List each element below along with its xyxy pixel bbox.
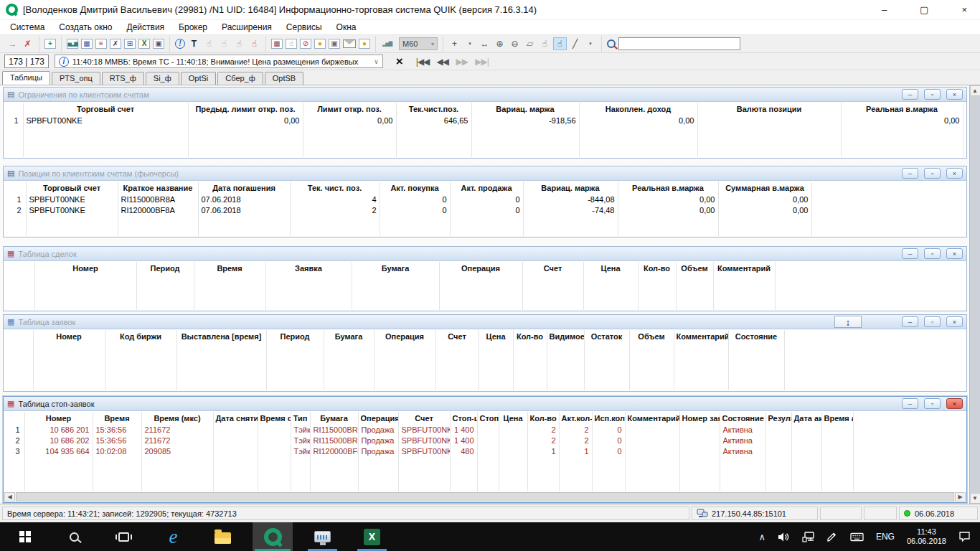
column-header[interactable]: Кол-во (527, 412, 559, 424)
disconnect-icon[interactable]: ✗ (22, 38, 34, 50)
tray-expand-button[interactable]: ∧ (758, 532, 765, 542)
column-header[interactable]: Кол-во (513, 330, 547, 342)
column-header[interactable]: Заявка (265, 262, 352, 274)
column-header[interactable]: Состояние (720, 412, 765, 424)
column-header[interactable]: Период (136, 262, 194, 274)
money-limits-window-icon[interactable]: ● (314, 39, 326, 49)
message-dropdown[interactable]: i 11:40:18 ММВБ: Время ТС - 11:40:18; Вн… (55, 55, 383, 68)
column-header[interactable]: Тек.чист.поз. (396, 103, 471, 115)
new-order-hand-icon[interactable]: ☝ (203, 38, 215, 50)
column-header[interactable]: Состояние (728, 330, 784, 342)
app-close-button[interactable]: × (961, 4, 967, 15)
task-view-button[interactable] (107, 522, 141, 551)
edit-table-icon[interactable]: ⊞ (124, 39, 136, 49)
column-header[interactable]: Дата сняти (213, 412, 258, 424)
window-restore-button[interactable]: ▫ (924, 89, 941, 100)
action-center-icon[interactable] (958, 531, 971, 542)
menu-item-sistema[interactable]: Система (3, 21, 52, 34)
column-header[interactable]: Предыд. лимит откр. поз. (188, 103, 303, 115)
column-header[interactable]: Номер (33, 330, 105, 342)
column-header[interactable]: Номер (34, 262, 136, 274)
crosshair-icon[interactable]: + (448, 38, 461, 50)
monitor-app-button[interactable] (306, 522, 339, 551)
column-header[interactable]: Цена (583, 262, 638, 274)
column-header[interactable]: Тип (291, 412, 310, 424)
column-header[interactable]: Время с (258, 412, 291, 424)
stop-order-hand-icon[interactable]: ☝ (248, 38, 260, 50)
search-input[interactable] (618, 37, 740, 50)
menu-item-sozdat-okno[interactable]: Создать окно (52, 21, 119, 34)
column-header[interactable]: Код биржи (105, 330, 176, 342)
tray-clock[interactable]: 11:43 06.06.2018 (907, 527, 946, 546)
market-window-icon[interactable]: ▦ (271, 39, 283, 49)
copy-table-icon[interactable]: ▣ (153, 39, 164, 49)
export-excel-icon[interactable]: X (138, 39, 150, 49)
excel-button[interactable]: X (355, 522, 389, 551)
column-header[interactable]: Краткое название (118, 182, 198, 194)
search-icon[interactable] (607, 39, 616, 48)
scroll-down-icon[interactable]: ▼ (970, 493, 980, 504)
tab-rts-f[interactable]: RTS_ф (102, 72, 144, 85)
column-header[interactable]: Счет (398, 412, 450, 424)
column-header[interactable]: Операция (374, 330, 435, 342)
window-minimize-button[interactable]: – (902, 168, 918, 179)
tab-si-f[interactable]: Si_ф (146, 72, 179, 85)
scroll-left-icon[interactable]: ◀ (4, 492, 15, 501)
file-explorer-button[interactable] (206, 522, 240, 551)
column-header[interactable]: Торговый счет (23, 103, 188, 115)
column-header[interactable]: Цена (479, 330, 513, 342)
column-header[interactable]: Вариац. маржа (523, 182, 618, 194)
tab-tablicy[interactable]: Таблицы (2, 71, 50, 85)
window-titlebar[interactable]: ▤Ограничения по клиентским счетам–▫× (4, 88, 966, 102)
volume-icon[interactable] (778, 532, 790, 542)
chart-window-icon[interactable]: ▅▂▆ (67, 39, 78, 49)
column-header[interactable]: Счет (522, 262, 583, 274)
first-message-icon[interactable]: |◀◀ (416, 56, 430, 67)
column-header[interactable]: Стоп-л (477, 412, 499, 424)
column-header[interactable]: Видимое (547, 330, 584, 342)
text-label-icon[interactable]: T (188, 38, 200, 50)
stop-orders-window-icon[interactable]: ⊘ (300, 39, 311, 49)
table-row[interactable]: 1SPBFUT00NKERI115000BR8A07.06.2018400-84… (4, 194, 966, 204)
column-header[interactable]: Тек. чист. поз. (290, 182, 380, 194)
column-header[interactable]: Стоп-ц (450, 412, 477, 424)
app-minimize-button[interactable]: – (882, 4, 887, 15)
network-icon[interactable] (802, 532, 814, 542)
alert-icon[interactable]: ! (175, 39, 185, 49)
window-close-button[interactable]: × (946, 248, 963, 259)
table-row[interactable]: 210 686 20215:36:56211672ТэйкRI115000BR8… (4, 435, 966, 446)
window-close-button[interactable]: × (946, 398, 963, 409)
column-header[interactable]: Накоплен. доход (579, 103, 697, 115)
column-header[interactable]: Объем (629, 330, 674, 342)
chevron-down-icon[interactable]: ∨ (374, 58, 379, 65)
column-header[interactable]: Бумага (352, 262, 439, 274)
column-header[interactable]: Дата погашения (198, 182, 290, 194)
start-button[interactable] (8, 522, 42, 551)
trades-window[interactable]: ▦Таблица сделок–▫×НомерПериодВремяЗаявка… (3, 246, 967, 311)
copy-window-icon[interactable]: ▣ (329, 39, 340, 49)
all-orders-hands-icon[interactable]: ☝ (233, 38, 245, 50)
column-header[interactable]: Выставлена [время] (176, 330, 266, 342)
tab-optsi[interactable]: OptSi (181, 72, 217, 85)
column-header[interactable]: Акт. продажа (450, 182, 523, 194)
pointer-hand-tool-icon[interactable]: ☝ (539, 38, 551, 50)
taskbar-search-button[interactable] (57, 522, 91, 551)
table-row[interactable]: 1SPBFUT00NKE0,000,00646,65-918,560,000,0… (4, 115, 966, 126)
column-header[interactable]: Счет (435, 330, 479, 342)
vertical-scrollbar[interactable]: ▲ ▼ (969, 85, 980, 504)
column-header[interactable]: Акт.кол- (559, 412, 592, 424)
histogram-icon[interactable]: ▂▅▇ (381, 38, 393, 50)
column-header[interactable]: Суммарная в.маржа (718, 182, 811, 194)
horizontal-scrollbar[interactable]: ◀▶ (4, 492, 966, 501)
column-header[interactable]: Остаток (584, 330, 629, 342)
column-header[interactable]: Номер (24, 412, 93, 424)
column-header[interactable]: Исп.кол- (592, 412, 625, 424)
pen-icon[interactable] (826, 532, 838, 542)
column-header[interactable]: Комментарий (713, 262, 775, 274)
column-header[interactable]: Комментарий (674, 330, 728, 342)
scrollbar-thumb[interactable] (16, 492, 954, 501)
menu-item-servisy[interactable]: Сервисы (279, 21, 329, 34)
keyboard-icon[interactable] (850, 532, 864, 542)
window-minimize-button[interactable]: – (902, 89, 918, 100)
column-header[interactable]: Акт. покупка (380, 182, 450, 194)
